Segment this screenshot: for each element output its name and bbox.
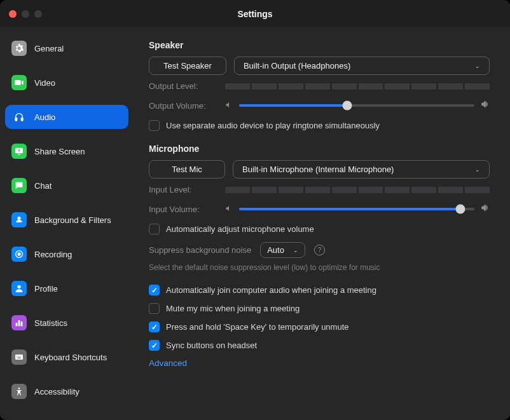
chevron-down-icon: ⌄ [293, 247, 298, 254]
svg-point-5 [17, 252, 20, 255]
svg-rect-0 [15, 118, 17, 121]
speaker-high-icon [481, 203, 490, 215]
speaker-device-dropdown[interactable]: Built-in Output (Headphones) ⌄ [234, 57, 490, 75]
svg-point-11 [17, 356, 17, 356]
maximize-button[interactable] [34, 10, 42, 18]
headphones-icon [11, 109, 27, 125]
hold-space-label: Press and hold 'Space Key' to temporaril… [166, 322, 349, 332]
chevron-down-icon: ⌄ [475, 166, 480, 173]
sync-headset-checkbox[interactable] [149, 340, 160, 351]
keyboard-icon [11, 349, 27, 365]
svg-rect-9 [21, 322, 23, 326]
ringtone-checkbox-label: Use separate audio device to play ringto… [166, 121, 380, 130]
speaker-device-selected: Built-in Output (Headphones) [244, 61, 350, 71]
sidebar-item-label: Recording [34, 250, 72, 259]
help-icon[interactable]: ? [314, 245, 325, 255]
sidebar-item-label: Audio [34, 112, 55, 122]
auto-join-checkbox[interactable] [149, 285, 160, 295]
svg-point-6 [17, 285, 20, 288]
filters-icon [11, 212, 27, 227]
test-mic-button[interactable]: Test Mic [149, 160, 225, 179]
speaker-high-icon [481, 100, 490, 111]
sidebar-item-label: Profile [34, 284, 58, 294]
sidebar-item-label: Chat [34, 181, 52, 191]
sidebar-item-audio[interactable]: Audio [5, 105, 128, 129]
sidebar-item-label: Background & Filters [34, 215, 111, 225]
accessibility-icon [11, 384, 27, 399]
mic-device-selected: Built-in Microphone (Internal Microphone… [242, 165, 394, 174]
noise-value: Auto [267, 245, 284, 255]
share-screen-icon [11, 144, 27, 159]
video-icon [11, 75, 27, 90]
input-level-meter [225, 187, 490, 193]
mic-section: Microphone Test Mic Built-in Microphone … [149, 144, 490, 272]
sidebar-item-accessibility[interactable]: Accessibility [5, 379, 128, 403]
noise-dropdown[interactable]: Auto ⌄ [260, 242, 305, 258]
speaker-section: Speaker Test Speaker Built-in Output (He… [149, 40, 490, 131]
sidebar-item-label: Accessibility [34, 387, 79, 396]
sync-headset-label: Sync buttons on headset [166, 341, 257, 350]
advanced-link[interactable]: Advanced [149, 358, 490, 368]
speaker-title: Speaker [149, 40, 490, 50]
ringtone-checkbox[interactable] [149, 120, 160, 131]
output-volume-slider[interactable] [225, 100, 490, 111]
minimize-button[interactable] [22, 10, 29, 18]
sidebar-item-label: Keyboard Shortcuts [34, 353, 107, 362]
chevron-down-icon: ⌄ [475, 63, 480, 69]
svg-point-12 [18, 356, 19, 356]
svg-rect-8 [18, 320, 20, 326]
sidebar-item-label: Statistics [34, 318, 67, 328]
gear-icon [11, 41, 27, 56]
window-title: Settings [237, 9, 272, 19]
sidebar-item-label: Share Screen [34, 147, 85, 156]
svg-point-15 [18, 388, 20, 390]
sidebar-item-statistics[interactable]: Statistics [5, 311, 128, 335]
settings-window: Settings General Video Audio [0, 0, 510, 420]
auto-join-label: Automatically join computer audio when j… [166, 285, 376, 295]
mute-on-join-label: Mute my mic when joining a meeting [166, 304, 300, 313]
sidebar-item-recording[interactable]: Recording [5, 242, 128, 266]
sidebar-item-label: Video [34, 78, 55, 88]
sidebar-item-chat[interactable]: Chat [5, 173, 128, 198]
svg-point-13 [20, 356, 20, 356]
svg-point-3 [18, 217, 20, 219]
noise-label: Suppress background noise [149, 245, 251, 255]
svg-rect-7 [16, 323, 18, 326]
traffic-lights [9, 10, 42, 18]
mic-device-dropdown[interactable]: Built-in Microphone (Internal Microphone… [233, 160, 490, 179]
svg-rect-10 [15, 355, 23, 360]
sidebar: General Video Audio Share Screen [0, 27, 134, 420]
sidebar-item-general[interactable]: General [5, 36, 128, 60]
mic-title: Microphone [149, 144, 490, 154]
mute-on-join-checkbox[interactable] [149, 303, 160, 314]
hold-space-checkbox[interactable] [149, 322, 160, 332]
output-level-meter [225, 83, 490, 90]
test-speaker-button[interactable]: Test Speaker [149, 57, 226, 75]
statistics-icon [11, 315, 27, 330]
svg-rect-14 [17, 358, 20, 358]
content: Speaker Test Speaker Built-in Output (He… [134, 27, 510, 420]
auto-adjust-label: Automatically adjust microphone volume [166, 224, 314, 234]
input-volume-slider[interactable] [225, 203, 490, 215]
sidebar-item-video[interactable]: Video [5, 71, 128, 95]
profile-icon [11, 281, 27, 296]
input-level-label: Input Level: [149, 185, 225, 194]
close-button[interactable] [9, 10, 17, 18]
other-section: Automatically join computer audio when j… [149, 285, 490, 368]
output-level-label: Output Level: [149, 81, 225, 91]
sidebar-item-label: General [34, 44, 64, 53]
sidebar-item-background-filters[interactable]: Background & Filters [5, 208, 128, 232]
sidebar-item-keyboard-shortcuts[interactable]: Keyboard Shortcuts [5, 345, 128, 369]
noise-hint: Select the default noise suppression lev… [149, 263, 490, 272]
output-volume-label: Output Volume: [149, 101, 225, 111]
speaker-low-icon [225, 203, 233, 215]
speaker-low-icon [225, 100, 233, 111]
chat-icon [11, 178, 27, 193]
auto-adjust-checkbox[interactable] [149, 224, 160, 234]
recording-icon [11, 247, 27, 262]
svg-rect-1 [21, 118, 23, 121]
sidebar-item-profile[interactable]: Profile [5, 276, 128, 301]
titlebar: Settings [0, 0, 510, 27]
sidebar-item-share-screen[interactable]: Share Screen [5, 139, 128, 163]
body: General Video Audio Share Screen [0, 27, 510, 420]
